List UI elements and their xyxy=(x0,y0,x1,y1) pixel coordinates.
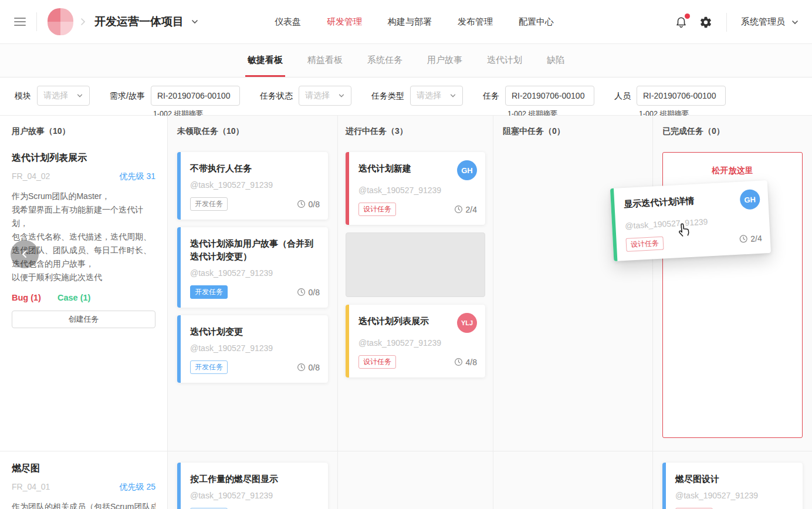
story-description: 作为团队的相关成员（包括Scrum团队成 xyxy=(12,500,155,509)
app-header: 开发运营一体项目 仪表盘 研发管理 构建与部署 发布管理 配置中心 系统管理员 xyxy=(0,0,812,44)
chevron-down-icon[interactable] xyxy=(191,18,199,26)
tab-lean-board[interactable]: 精益看板 xyxy=(305,44,345,77)
column-unclaimed-tasks: 未领取任务（10） 不带执行人任务 @task_190527_91239 开发任… xyxy=(167,116,337,509)
column-in-progress: 进行中任务（3） 迭代计划新建 GH @task_190527_91239 设计… xyxy=(337,116,493,509)
story-priority: 优先级 25 xyxy=(120,482,155,493)
story-description: 作为Scrum团队的Master， 我希望界面上有功能新建一个迭代计划， 包含迭… xyxy=(12,190,155,284)
task-card[interactable]: 迭代计划变更 @task_190527_91239 开发任务 0/8 xyxy=(177,315,328,383)
nav-item-config-center[interactable]: 配置中心 xyxy=(519,16,554,28)
task-id: @task_190527_91239 xyxy=(190,268,320,278)
filter-task-status: 任务状态 请选择 xyxy=(260,86,351,115)
user-menu[interactable]: 系统管理员 xyxy=(741,16,799,28)
story-code: FR_04_01 xyxy=(12,482,50,493)
column-title: 已完成任务（0） xyxy=(662,126,803,137)
task-hours: 2/4 xyxy=(750,233,762,243)
task-title: 迭代计划变更 xyxy=(190,325,320,338)
user-name: 系统管理员 xyxy=(741,16,785,28)
filter-label: 任务状态 xyxy=(260,86,293,106)
filter-story: 需求/故事 1-002 排期摘要 xyxy=(110,86,240,115)
task-hours: 0/8 xyxy=(309,200,320,209)
filter-label: 任务 xyxy=(483,86,499,106)
main-nav: 仪表盘 研发管理 构建与部署 发布管理 配置中心 xyxy=(275,0,554,44)
task-title: 迭代计划新建 xyxy=(358,162,411,175)
app-logo[interactable] xyxy=(48,8,73,35)
clock-icon xyxy=(454,358,463,366)
task-title: 燃尽图设计 xyxy=(675,473,794,486)
bell-icon[interactable] xyxy=(675,15,688,29)
nav-item-release[interactable]: 发布管理 xyxy=(458,16,493,28)
case-count-link[interactable]: Case (1) xyxy=(57,293,90,302)
header-right: 系统管理员 xyxy=(675,0,799,44)
task-status-select[interactable]: 请选择 xyxy=(299,86,351,106)
assignee-avatar[interactable]: YLJ xyxy=(457,313,477,333)
filter-label: 人员 xyxy=(614,86,631,106)
swimlane-divider xyxy=(0,451,812,451)
kanban-board: 用户故事（10） 迭代计划列表展示 FR_04_02 优先级 31 作为Scru… xyxy=(0,116,812,509)
story-card[interactable]: 迭代计划列表展示 FR_04_02 优先级 31 作为Scrum团队的Maste… xyxy=(12,152,155,328)
select-placeholder: 请选择 xyxy=(417,90,441,101)
clock-icon xyxy=(297,363,306,372)
assignee-avatar[interactable]: GH xyxy=(457,160,477,180)
column-title: 阻塞中任务（0） xyxy=(503,126,643,137)
task-tag: 开发任务 xyxy=(190,360,228,374)
task-type-select[interactable]: 请选择 xyxy=(410,86,463,106)
task-input[interactable] xyxy=(505,86,594,106)
task-id: @task_190527_91239 xyxy=(358,338,477,348)
nav-item-build-deploy[interactable]: 构建与部署 xyxy=(388,16,432,28)
clock-icon xyxy=(297,288,306,296)
select-placeholder: 请选择 xyxy=(43,90,68,101)
story-prev-button[interactable] xyxy=(11,240,39,268)
tab-iteration-plan[interactable]: 迭代计划 xyxy=(485,44,525,77)
task-tag: 设计任务 xyxy=(625,236,664,251)
chevron-down-icon xyxy=(449,92,456,99)
column-title: 进行中任务（3） xyxy=(346,126,485,137)
clock-icon xyxy=(297,200,306,208)
tab-user-stories[interactable]: 用户故事 xyxy=(425,44,465,77)
hamburger-icon[interactable] xyxy=(14,18,26,26)
person-input[interactable] xyxy=(637,86,726,106)
task-card[interactable]: 迭代计划列表展示 YLJ @task_190527_91239 设计任务 4/8 xyxy=(346,305,485,377)
task-hours: 4/8 xyxy=(466,358,477,367)
drag-placeholder xyxy=(346,232,485,297)
filter-person: 人员 1-002 排期摘要 xyxy=(614,86,726,115)
column-user-stories: 用户故事（10） 迭代计划列表展示 FR_04_02 优先级 31 作为Scru… xyxy=(0,116,167,509)
tab-defects[interactable]: 缺陷 xyxy=(544,44,567,77)
story-code: FR_04_02 xyxy=(12,171,50,182)
header-divider xyxy=(36,12,37,31)
task-card[interactable]: 燃尽图设计 @task_190527_91239 设计任务 xyxy=(662,463,803,509)
task-title: 迭代计划列表展示 xyxy=(358,315,429,328)
assignee-avatar[interactable]: GH xyxy=(739,189,760,210)
task-id: @task_190527_91239 xyxy=(190,343,320,353)
task-hours: 2/4 xyxy=(466,205,477,214)
task-card[interactable]: 不带执行人任务 @task_190527_91239 开发任务 0/8 xyxy=(177,152,328,220)
tab-agile-board[interactable]: 敏捷看板 xyxy=(245,44,285,77)
task-title: 显示迭代计划详情 xyxy=(624,194,695,211)
story-input[interactable] xyxy=(151,86,240,106)
task-title: 迭代计划添加用户故事（合并到迭代计划变更） xyxy=(190,237,320,263)
nav-item-rd-management[interactable]: 研发管理 xyxy=(327,16,362,28)
nav-item-dashboard[interactable]: 仪表盘 xyxy=(275,16,301,28)
gear-icon[interactable] xyxy=(699,16,712,29)
task-id: @task_190527_91239 xyxy=(190,491,320,500)
task-hours: 0/8 xyxy=(309,288,320,297)
clock-icon xyxy=(454,205,463,214)
create-task-button[interactable]: 创建任务 xyxy=(12,311,155,328)
task-id: @task_190527_91239 xyxy=(625,214,762,231)
task-id: @task_190527_91239 xyxy=(358,186,477,195)
task-card[interactable]: 按工作量的燃尽图显示 @task_190527_91239 开发任务 xyxy=(177,463,328,509)
select-placeholder: 请选择 xyxy=(305,90,330,101)
task-card[interactable]: 迭代计划添加用户故事（合并到迭代计划变更） @task_190527_91239… xyxy=(177,227,328,308)
chevron-right-icon xyxy=(79,17,86,26)
story-card-lane2[interactable]: 燃尽图 FR_04_01 优先级 25 作为团队的相关成员（包括Scrum团队成 xyxy=(12,463,155,509)
column-done: 已完成任务（0） 松开放这里 燃尽图设计 @task_190527_91239 … xyxy=(652,116,812,509)
task-title: 不带执行人任务 xyxy=(190,162,320,175)
story-priority: 优先级 31 xyxy=(120,171,155,182)
filter-task-type: 任务类型 请选择 xyxy=(371,86,463,115)
tab-system-tasks[interactable]: 系统任务 xyxy=(365,44,405,77)
chevron-down-icon xyxy=(791,18,799,26)
task-tag: 设计任务 xyxy=(358,355,396,369)
bug-count-link[interactable]: Bug (1) xyxy=(12,293,41,302)
project-title[interactable]: 开发运营一体项目 xyxy=(94,14,184,29)
module-select[interactable]: 请选择 xyxy=(37,86,90,106)
task-card[interactable]: 迭代计划新建 GH @task_190527_91239 设计任务 2/4 xyxy=(346,152,485,225)
